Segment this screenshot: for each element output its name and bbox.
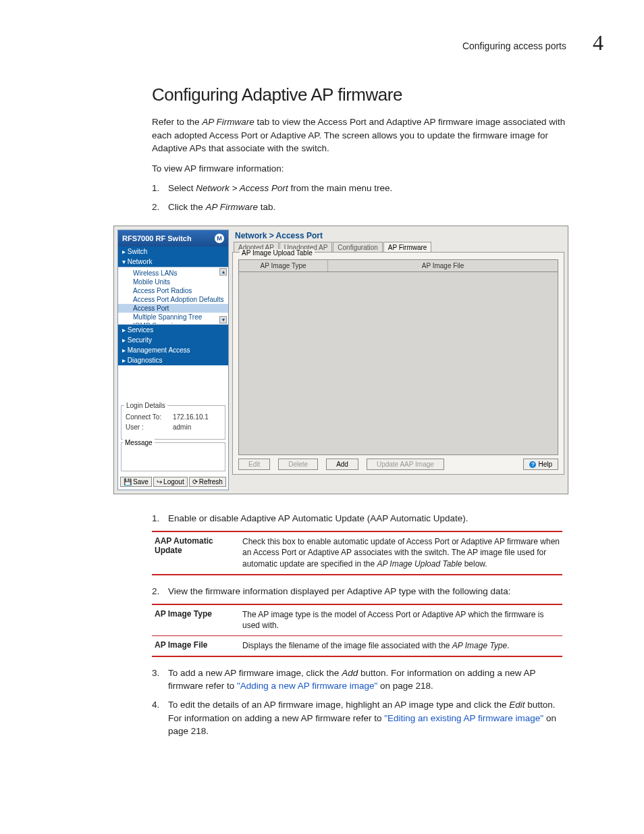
message-legend: Message — [123, 439, 155, 446]
text: below. — [462, 559, 487, 569]
step-number: 4. — [152, 698, 168, 738]
label: Management Access — [128, 346, 190, 354]
scroll-down-icon[interactable]: ▾ — [219, 316, 227, 323]
grid: AP Image Type AP Image File — [238, 259, 558, 455]
term-ref: AP Image Type — [452, 641, 507, 650]
message-box: Message — [121, 442, 225, 471]
step-view-firmware: 2. View the firmware information display… — [152, 585, 570, 598]
step-number: 3. — [152, 667, 168, 693]
nav-security[interactable]: ▸ Security — [118, 335, 228, 345]
login-user-label: User : — [126, 423, 166, 431]
table-row: AP Image File Displays the filename of t… — [152, 635, 562, 656]
text: on page 218. — [377, 681, 433, 691]
table-row: AP Image Type The AP image type is the m… — [152, 605, 562, 636]
logout-button[interactable]: ↪Logout — [153, 477, 188, 487]
label: Services — [128, 326, 153, 334]
login-legend: Login Details — [124, 402, 167, 409]
tree-item-access-port[interactable]: Access Port — [118, 304, 228, 313]
panel-legend: AP Image Upload Table — [240, 249, 315, 257]
label: Security — [128, 336, 152, 344]
tree-item-wireless-lans[interactable]: Wireless LANs — [118, 269, 228, 278]
tab-name: AP Firmware — [206, 202, 259, 212]
label: Refresh — [199, 478, 223, 486]
nav-services[interactable]: ▸ Services — [118, 325, 228, 335]
nav-management-access[interactable]: ▸ Management Access — [118, 345, 228, 355]
refresh-button[interactable]: ⟳Refresh — [189, 477, 226, 487]
edit-button[interactable]: Edit — [238, 459, 270, 470]
text: RFS — [122, 234, 137, 242]
logout-icon: ↪ — [157, 478, 162, 486]
add-button[interactable]: Add — [326, 459, 358, 470]
step-text: To add a new AP firmware image, click th… — [168, 667, 570, 693]
main-panel: Network > Access Port Adopted AP Unadopt… — [232, 230, 564, 490]
scroll-up-icon[interactable]: ▴ — [219, 268, 227, 276]
text: To edit the details of an AP firmware im… — [168, 700, 509, 710]
label: Switch — [128, 248, 147, 255]
menu-path: Network > Access Port — [196, 183, 288, 193]
embedded-screenshot: RFS7000 RF Switch M ▸ Switch ▾ Network ▴… — [113, 226, 568, 494]
login-user-value: admin — [173, 423, 191, 431]
text: RF Switch — [153, 234, 191, 242]
step-edit-image: 4. To edit the details of an AP firmware… — [152, 698, 570, 738]
grid-header: AP Image Type AP Image File — [239, 260, 558, 272]
xref-link[interactable]: "Adding a new AP firmware image" — [237, 681, 377, 691]
tab-ap-firmware[interactable]: AP Firmware — [383, 242, 432, 253]
text: tab. — [258, 202, 275, 212]
device-title: RFS7000 RF Switch — [122, 234, 192, 242]
sidebar: RFS7000 RF Switch M ▸ Switch ▾ Network ▴… — [117, 230, 229, 490]
tree-item-igmp-snooping[interactable]: IGMP Snooping — [118, 321, 228, 325]
button-ref: Add — [342, 668, 358, 678]
intro-paragraph: Refer to the AP Firmware tab to view the… — [152, 115, 570, 155]
delete-button[interactable]: Delete — [278, 459, 318, 470]
nav-switch[interactable]: ▸ Switch — [118, 246, 228, 257]
text: from the main menu tree. — [288, 183, 393, 193]
help-button[interactable]: ? Help — [523, 459, 558, 470]
definition: Displays the filename of the image file … — [242, 640, 562, 652]
save-button[interactable]: 💾Save — [120, 477, 152, 487]
xref-link[interactable]: "Editing an existing AP firmware image" — [384, 713, 543, 723]
step-text: Select Network > Access Port from the ma… — [168, 182, 570, 195]
label: Logout — [163, 478, 184, 486]
header-section-title: Configuring access ports — [462, 41, 566, 51]
tree-item-adoption-defaults[interactable]: Access Port Adoption Defaults — [118, 295, 228, 304]
disk-icon: 💾 — [124, 478, 132, 486]
label: Save — [133, 478, 149, 486]
table-aap-automatic-update: AAP Automatic Update Check this box to e… — [152, 531, 562, 575]
term: AP Firmware — [202, 117, 254, 127]
login-connect-label: Connect To: — [126, 413, 166, 421]
grid-body — [239, 272, 558, 454]
table-ap-image-fields: AP Image Type The AP image type is the m… — [152, 604, 562, 657]
lead-in: To view AP firmware information: — [152, 162, 570, 176]
text: Displays the filename of the image file … — [242, 641, 452, 650]
col-ap-image-file[interactable]: AP Image File — [328, 260, 558, 271]
sidebar-title: RFS7000 RF Switch M — [118, 230, 228, 246]
tree-item-access-port-radios[interactable]: Access Port Radios — [118, 286, 228, 295]
tab-configuration[interactable]: Configuration — [333, 242, 382, 253]
panel: AP Image Upload Table AP Image Type AP I… — [232, 252, 564, 475]
panel-buttons: Edit Delete Add Update AAP Image ? Help — [238, 459, 558, 470]
term: AP Image File — [152, 640, 242, 652]
nav-tree: ▴ Wireless LANs Mobile Units Access Port… — [118, 267, 228, 325]
tree-item-mobile-units[interactable]: Mobile Units — [118, 278, 228, 286]
step-number: 2. — [152, 585, 168, 598]
step-text: View the firmware information displayed … — [168, 585, 570, 598]
label: Network — [128, 258, 153, 265]
tree-item-multiple-spanning-tree[interactable]: Multiple Spanning Tree — [118, 313, 228, 321]
step-text: To edit the details of an AP firmware im… — [168, 698, 570, 738]
label: Help — [538, 461, 552, 468]
step-enable-disable: 1. Enable or disable Adaptive AP Automat… — [152, 512, 570, 525]
nav-diagnostics[interactable]: ▸ Diagnostics — [118, 355, 228, 365]
term: AAP Automatic Update — [152, 536, 242, 570]
col-ap-image-type[interactable]: AP Image Type — [239, 260, 328, 271]
motorola-logo-icon: M — [215, 234, 224, 243]
update-aap-image-button[interactable]: Update AAP Image — [367, 459, 444, 470]
login-connect-value: 172.16.10.1 — [173, 413, 209, 421]
step-2: 2. Click the AP Firmware tab. — [152, 201, 570, 214]
help-icon: ? — [529, 461, 536, 468]
breadcrumb: Network > Access Port — [232, 230, 564, 242]
nav-network[interactable]: ▾ Network — [118, 257, 228, 267]
refresh-icon: ⟳ — [192, 478, 198, 486]
page-title: Configuring Adaptive AP firmware — [152, 84, 570, 105]
text: . — [507, 641, 509, 650]
definition: The AP image type is the model of Access… — [242, 609, 562, 632]
